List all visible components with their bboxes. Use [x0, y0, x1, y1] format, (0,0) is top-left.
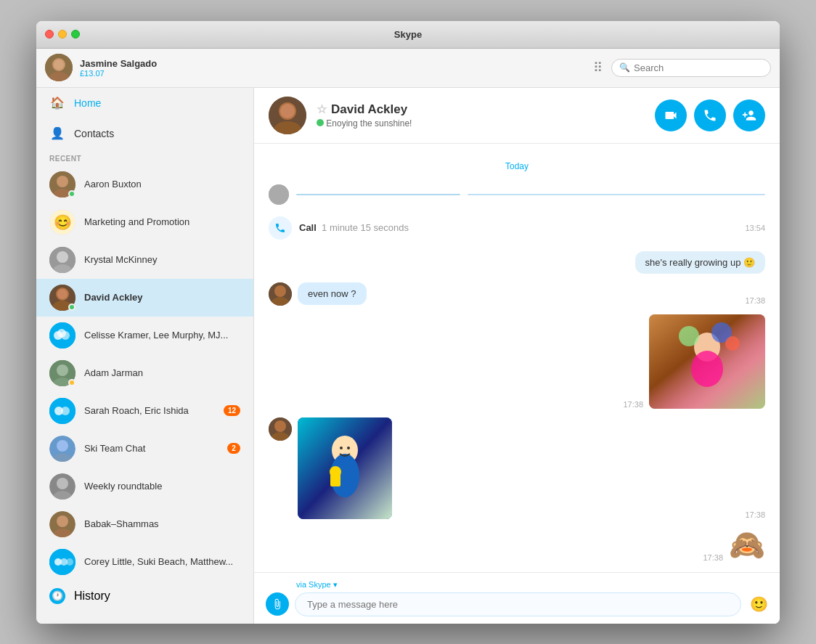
status-dot-away — [68, 379, 76, 386]
svg-rect-41 — [269, 184, 289, 205]
star-icon[interactable]: ☆ — [317, 102, 327, 116]
contact-item-david-ackley[interactable]: David Ackley — [36, 279, 253, 317]
user-name: Jasmine Salgado — [80, 58, 593, 69]
recent-section-label: RECENT — [36, 149, 253, 166]
contact-name: Marketing and Promotion — [84, 216, 240, 227]
contact-item-adam-jarman[interactable]: Adam Jarman — [36, 354, 253, 392]
contacts-icon: 👤 — [49, 126, 65, 142]
contacts-label: Contacts — [74, 128, 114, 139]
svg-point-60 — [330, 466, 341, 478]
search-icon: 🔍 — [619, 62, 630, 73]
svg-point-40 — [280, 104, 295, 118]
chat-status: Enoying the sunshine! — [317, 118, 412, 129]
message-row-emoji: 17:38 🙈 — [269, 526, 765, 563]
contact-item-sarah-roach[interactable]: Sarah Roach, Eric Ishida 12 — [36, 392, 253, 430]
contact-name: David Ackley — [84, 292, 240, 303]
contact-name: Ski Team Chat — [84, 443, 227, 454]
svg-point-61 — [340, 447, 343, 449]
contact-item-celisse[interactable]: Celisse Kramer, Lee Murphy, MJ... — [36, 317, 253, 354]
call-icon — [269, 216, 292, 240]
attach-button[interactable] — [266, 592, 289, 616]
grid-icon[interactable]: ⠿ — [593, 60, 603, 76]
svg-point-23 — [61, 407, 70, 415]
avatar-ski-team — [49, 436, 76, 462]
maximize-button[interactable] — [71, 30, 80, 38]
message-row-image-left: 17:38 — [269, 416, 765, 521]
contact-name: Celisse Kramer, Lee Murphy, MJ... — [84, 330, 240, 341]
sidebar-item-home[interactable]: 🏠 Home — [36, 88, 253, 118]
close-button[interactable] — [45, 30, 54, 38]
chat-contact-avatar — [269, 97, 306, 134]
msg-avatar — [269, 184, 289, 205]
svg-point-3 — [54, 60, 64, 70]
video-call-button[interactable] — [655, 99, 687, 131]
chat-header: ☆ David Ackley Enoying the sunshine! — [254, 88, 780, 144]
search-bar[interactable]: 🔍 — [611, 59, 771, 77]
contact-name: Krystal McKinney — [84, 254, 240, 265]
message-bubble-left: even now ? — [298, 282, 367, 305]
chat-contact-info: ☆ David Ackley Enoying the sunshine! — [317, 102, 412, 129]
call-button[interactable] — [694, 99, 726, 131]
contact-item-babak[interactable]: Babak–Shammas — [36, 505, 253, 543]
window-title: Skype — [394, 29, 422, 40]
avatar-adam-jarman — [49, 360, 76, 386]
call-row: Call 1 minute 15 seconds 13:54 — [269, 212, 765, 244]
avatar-babak — [49, 511, 76, 537]
svg-point-49 — [679, 326, 699, 346]
message-row-right: she's really growing up 🙂 — [269, 250, 765, 275]
call-text: Call 1 minute 15 seconds — [299, 222, 409, 233]
message-emoji: 🙈 — [729, 528, 765, 562]
main-content: 🏠 Home 👤 Contacts RECENT — [36, 88, 780, 624]
history-label: History — [74, 590, 110, 603]
status-dot-online — [68, 303, 76, 311]
contact-name: Babak–Shammas — [84, 518, 240, 529]
reading-indicator-row — [269, 183, 765, 206]
svg-point-28 — [57, 478, 68, 489]
contact-item-corey[interactable]: Corey Little, Suki Beach, Matthew... — [36, 543, 253, 581]
traffic-lights — [45, 30, 80, 38]
sidebar-item-contacts[interactable]: 👤 Contacts — [36, 118, 253, 149]
contact-item-ski-team[interactable]: Ski Team Chat 2 — [36, 430, 253, 468]
svg-point-25 — [57, 440, 68, 452]
svg-point-19 — [57, 364, 68, 376]
via-skype-label[interactable]: via Skype ▾ — [296, 580, 768, 590]
avatar-corey — [49, 549, 76, 575]
message-timestamp: 17:38 — [745, 296, 765, 305]
home-icon: 🏠 — [49, 95, 65, 111]
online-dot — [317, 119, 324, 126]
emoji-picker-button[interactable]: 🙂 — [750, 595, 768, 613]
sidebar: 🏠 Home 👤 Contacts RECENT — [36, 88, 254, 624]
contact-item-krystal[interactable]: Krystal McKinney — [36, 241, 253, 279]
avatar-david-ackley — [49, 285, 76, 311]
typing-bar: via Skype ▾ 🙂 — [254, 572, 780, 624]
minimize-button[interactable] — [58, 30, 67, 38]
contact-name: Adam Jarman — [84, 367, 240, 378]
contact-name: Corey Little, Suki Beach, Matthew... — [84, 556, 240, 567]
message-image2 — [298, 417, 392, 519]
sidebar-item-history[interactable]: 🕐 History — [36, 581, 253, 611]
avatar-krystal — [49, 247, 76, 273]
contact-name: Aaron Buxton — [84, 179, 240, 189]
add-contact-button[interactable] — [733, 99, 765, 131]
contact-item-marketing[interactable]: 😊 Marketing and Promotion — [36, 203, 253, 241]
avatar-celisse — [49, 322, 76, 349]
search-input[interactable] — [634, 62, 763, 73]
image2-timestamp: 17:38 — [745, 510, 765, 519]
avatar[interactable] — [45, 54, 73, 81]
badge: 2 — [227, 443, 240, 454]
contact-item-aaron-buxton[interactable]: Aaron Buxton — [36, 166, 253, 203]
svg-point-5 — [57, 176, 68, 187]
user-info: Jasmine Salgado £13.07 — [80, 58, 593, 78]
call-timestamp: 13:54 — [745, 224, 765, 232]
app-window: Skype Jasmine Salgado £13.07 ⠿ 🔍 🏠 — [36, 21, 780, 624]
input-row: 🙂 — [266, 592, 768, 616]
contact-item-weekly[interactable]: Weekly roundtable — [36, 468, 253, 505]
avatar-marketing: 😊 — [49, 209, 76, 235]
messages-list: Today — [254, 144, 780, 572]
avatar-aaron-buxton — [49, 171, 76, 197]
message-input[interactable] — [295, 592, 741, 616]
image-timestamp: 17:38 — [623, 400, 643, 409]
svg-point-8 — [57, 251, 68, 263]
svg-point-31 — [57, 515, 68, 527]
badge: 12 — [224, 405, 240, 416]
